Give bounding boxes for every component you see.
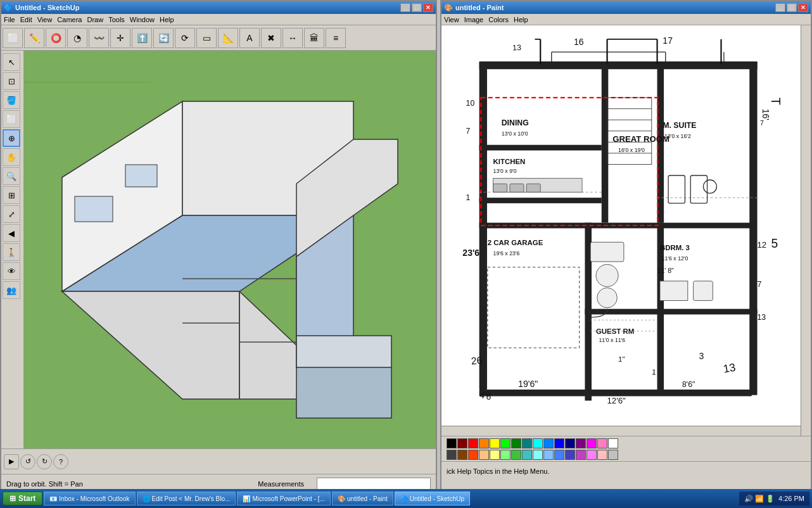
tool-people[interactable]: 👥 xyxy=(3,281,20,299)
color-dark-gray[interactable] xyxy=(447,450,457,460)
undo-circle-button[interactable]: ↺ xyxy=(20,454,35,469)
color-light-cyan[interactable] xyxy=(533,450,543,460)
color-peach[interactable] xyxy=(597,450,607,460)
color-navy[interactable] xyxy=(565,438,575,448)
color-violet[interactable] xyxy=(576,450,586,460)
toolbar-circle[interactable]: ⭕ xyxy=(46,28,66,48)
color-green[interactable] xyxy=(511,438,521,448)
tool-component[interactable]: ⊡ xyxy=(3,72,20,90)
redo-circle-button[interactable]: ↻ xyxy=(37,454,52,469)
measurements-input[interactable] xyxy=(317,478,431,490)
paint-menu-help[interactable]: Help xyxy=(514,16,528,23)
paint-menu-view[interactable]: View xyxy=(444,16,459,23)
color-yellow[interactable] xyxy=(490,438,500,448)
color-orange[interactable] xyxy=(479,438,489,448)
toolbar-select[interactable]: ⬜ xyxy=(3,28,23,48)
color-black[interactable] xyxy=(447,438,457,448)
color-pink[interactable] xyxy=(597,438,607,448)
tool-zoom-extents[interactable]: ⤢ xyxy=(3,205,20,223)
color-tan[interactable] xyxy=(479,450,489,460)
toolbar-dimensions[interactable]: ↔ xyxy=(282,28,303,48)
taskbar-blog[interactable]: 🌐 Edit Post < Mr. Drew's Blo... xyxy=(137,492,236,505)
paint-scrollbar-right[interactable] xyxy=(801,25,811,436)
taskbar-paint[interactable]: 🎨 untitled - Paint xyxy=(332,492,393,505)
tool-eye[interactable]: 👁 xyxy=(3,262,20,280)
svg-text:11' 8": 11' 8" xyxy=(657,267,674,274)
color-dark-orange[interactable] xyxy=(468,450,478,460)
color-purple[interactable] xyxy=(576,438,586,448)
menu-window[interactable]: Window xyxy=(130,16,155,23)
tool-eraser[interactable]: ⬜ xyxy=(3,110,20,128)
svg-text:8'6": 8'6" xyxy=(682,380,695,389)
maximize-button[interactable]: □ xyxy=(412,3,422,12)
toolbar-text[interactable]: A xyxy=(239,28,260,48)
paint-maximize-button[interactable]: □ xyxy=(787,3,797,12)
color-medium-green[interactable] xyxy=(511,450,521,460)
taskbar-outlook[interactable]: 📧 Inbox - Microsoft Outlook xyxy=(44,492,135,505)
tool-pan[interactable]: ✋ xyxy=(3,148,20,166)
color-light-yellow[interactable] xyxy=(490,450,500,460)
paint-scrollbar-bottom[interactable] xyxy=(441,426,801,436)
toolbar-rectangle[interactable]: ▭ xyxy=(196,28,217,48)
start-button[interactable]: ⊞ Start xyxy=(3,492,42,505)
color-blue[interactable] xyxy=(554,438,564,448)
menu-view[interactable]: View xyxy=(37,16,53,23)
minimize-button[interactable]: _ xyxy=(400,3,410,12)
tool-previous-view[interactable]: ◀ xyxy=(3,224,20,242)
tool-paint[interactable]: 🪣 xyxy=(3,91,20,109)
paint-canvas-area[interactable]: DINING 13'0 x 10'0 GREAT ROOM 16'0 x 19'… xyxy=(441,25,811,436)
toolbar-push-pull[interactable]: ⬆️ xyxy=(132,28,152,48)
toolbar-offset[interactable]: ⟳ xyxy=(175,28,195,48)
color-brown[interactable] xyxy=(457,450,467,460)
color-red[interactable] xyxy=(468,438,478,448)
color-medium-teal[interactable] xyxy=(522,450,532,460)
paint-menu-image[interactable]: Image xyxy=(464,16,484,23)
tool-zoom[interactable]: 🔍 xyxy=(3,167,20,185)
toolbar-rotate[interactable]: 🔄 xyxy=(153,28,174,48)
menu-edit[interactable]: Edit xyxy=(20,16,32,23)
paint-menu-colors[interactable]: Colors xyxy=(488,16,509,23)
menu-draw[interactable]: Draw xyxy=(87,16,103,23)
paint-title-icon: 🎨 xyxy=(444,4,453,12)
menu-tools[interactable]: Tools xyxy=(108,16,125,23)
paint-titlebar-controls: _ □ ✕ xyxy=(775,3,808,12)
color-teal[interactable] xyxy=(522,438,532,448)
paint-minimize-button[interactable]: _ xyxy=(775,3,785,12)
toolbar-arc[interactable]: ◔ xyxy=(67,28,87,48)
menu-file[interactable]: File xyxy=(4,16,15,23)
toolbar-move[interactable]: ✛ xyxy=(110,28,130,48)
toolbar-axes[interactable]: ✖ xyxy=(261,28,281,48)
tool-orbit[interactable]: ⊕ xyxy=(3,129,20,147)
tool-select[interactable]: ↖ xyxy=(3,53,20,71)
close-button[interactable]: ✕ xyxy=(423,3,433,12)
taskbar-powerpoint[interactable]: 📊 Microsoft PowerPoint - [... xyxy=(237,492,330,505)
tool-zoom-window[interactable]: ⊞ xyxy=(3,186,20,204)
help-button[interactable]: ? xyxy=(53,454,68,469)
tool-walkthrough[interactable]: 🚶 xyxy=(3,243,20,261)
tray-icons: 🔊 📶 🔋 xyxy=(744,495,775,503)
toolbar-layers[interactable]: ≡ xyxy=(326,28,346,48)
paint-close-button[interactable]: ✕ xyxy=(798,3,808,12)
color-light-gray[interactable] xyxy=(608,450,618,460)
toolbar-pencil[interactable]: ✏️ xyxy=(24,28,44,48)
svg-rect-85 xyxy=(526,184,540,192)
color-sky[interactable] xyxy=(543,438,554,448)
color-cyan[interactable] xyxy=(533,438,543,448)
taskbar-sketchup[interactable]: 🔷 Untitled - SketchUp xyxy=(395,492,470,505)
toolbar-measure[interactable]: 📐 xyxy=(218,28,238,48)
color-lime[interactable] xyxy=(500,438,511,448)
color-light-green[interactable] xyxy=(500,450,511,460)
color-light-pink[interactable] xyxy=(587,450,597,460)
color-magenta[interactable] xyxy=(587,438,597,448)
sketchup-canvas[interactable] xyxy=(24,51,436,448)
play-button[interactable]: ▶ xyxy=(4,454,19,469)
color-medium-blue[interactable] xyxy=(554,450,564,460)
color-white[interactable] xyxy=(608,438,618,448)
menu-camera[interactable]: Camera xyxy=(57,16,82,23)
color-dark-red[interactable] xyxy=(457,438,467,448)
color-indigo[interactable] xyxy=(565,450,575,460)
color-light-blue[interactable] xyxy=(543,450,554,460)
toolbar-freehand[interactable]: 〰️ xyxy=(89,28,109,48)
toolbar-3d-warehouse[interactable]: 🏛 xyxy=(304,28,324,48)
menu-help[interactable]: Help xyxy=(160,16,174,23)
